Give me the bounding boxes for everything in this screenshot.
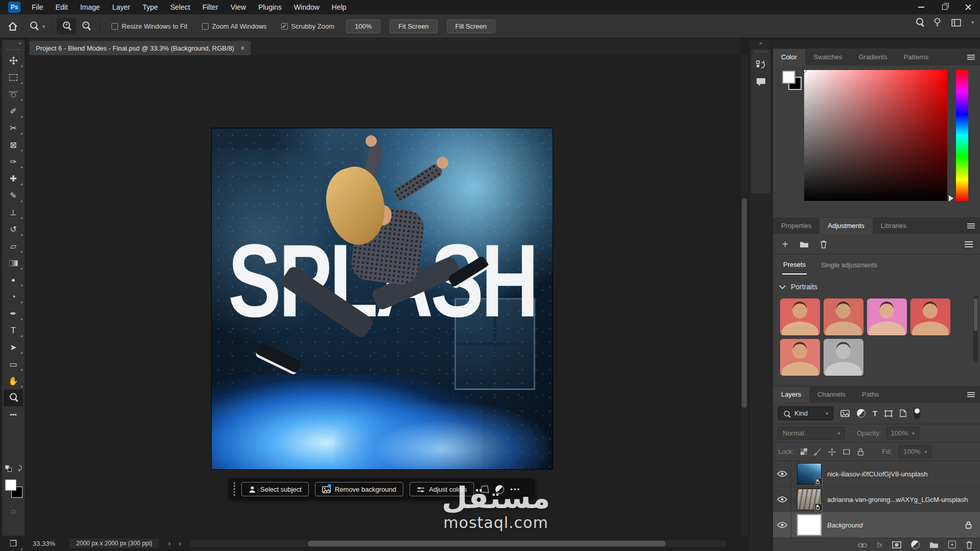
new-group-icon[interactable] [929, 541, 939, 549]
photoshop-logo-icon[interactable]: Ps [8, 2, 20, 13]
hue-slider[interactable] [956, 70, 968, 201]
zoom-tool[interactable] [4, 389, 23, 406]
comments-panel-icon[interactable] [751, 78, 770, 86]
healing-brush-tool[interactable]: ✚ [2, 170, 25, 187]
tool-preset-chevron-icon[interactable]: ▾ [42, 24, 45, 29]
lock-artboard-icon[interactable] [842, 448, 851, 456]
menu-layer[interactable]: Layer [106, 0, 136, 14]
foreground-background-colors[interactable] [5, 479, 22, 498]
remove-background-button[interactable]: Remove background [315, 482, 403, 496]
menu-plugins[interactable]: Plugins [252, 0, 288, 14]
layer-name[interactable]: adrianna-van-groning...wAXYg_LGcM-unspla… [827, 496, 968, 503]
tab-paths[interactable]: Paths [854, 386, 887, 403]
layer-row-selected[interactable]: Background [773, 512, 980, 538]
zoom-all-windows-checkbox[interactable]: Zoom All Windows [202, 22, 267, 30]
foreground-color-chip[interactable] [5, 479, 16, 491]
subtab-presets[interactable]: Presets [782, 256, 807, 274]
marquee-tool[interactable] [2, 69, 25, 86]
toolbar-collapse-icon[interactable]: » [2, 40, 25, 48]
edit-toolbar-button[interactable]: ••• [2, 406, 25, 423]
tab-close-icon[interactable]: × [240, 44, 244, 52]
add-adjustment-icon[interactable]: + [782, 239, 788, 249]
zoom-in-button[interactable]: + [57, 18, 76, 34]
document-info[interactable]: 2000 px x 2000 px (300 ppi) [69, 538, 160, 549]
lock-all-icon[interactable] [857, 447, 864, 456]
tab-patterns[interactable]: Patterns [896, 49, 937, 65]
canvas-horizontal-scrollbar[interactable] [190, 540, 727, 547]
default-colors-icon[interactable] [5, 465, 12, 472]
layer-row[interactable]: nick-iliasov-i0fCUofGjV8-unsplash [773, 461, 980, 487]
panel-menu-icon[interactable] [967, 55, 975, 60]
screen-mode-button[interactable]: ❐ [2, 535, 25, 551]
brush-tool[interactable]: ✎ [2, 187, 25, 204]
layer-thumbnail[interactable] [797, 464, 821, 484]
zoom-out-button[interactable]: − [76, 18, 96, 34]
search-icon[interactable] [916, 18, 923, 25]
filter-adjustment-layers-icon[interactable] [857, 409, 865, 418]
swap-colors-control[interactable]: ⤸ [3, 464, 24, 475]
fill-field[interactable]: 100% ▾ [899, 445, 931, 458]
add-mask-icon[interactable] [892, 541, 901, 549]
link-layers-icon[interactable] [858, 541, 867, 548]
canvas-vertical-scrollbar[interactable] [741, 55, 748, 536]
list-view-icon[interactable] [965, 241, 973, 247]
menu-help[interactable]: Help [326, 0, 353, 14]
home-icon[interactable] [8, 21, 17, 30]
pen-tool[interactable]: ✒ [2, 305, 25, 322]
kind-filter-dropdown[interactable]: Kind ▾ [778, 406, 833, 420]
history-brush-tool[interactable]: ↺ [2, 221, 25, 238]
restore-button[interactable] [933, 0, 956, 14]
menu-view[interactable]: View [224, 0, 252, 14]
scrollbar-thumb[interactable] [308, 541, 666, 546]
minimize-button[interactable] [909, 0, 933, 14]
zoom-tool-icon[interactable] [30, 21, 37, 29]
tab-libraries[interactable]: Libraries [873, 218, 915, 234]
layer-lock-icon[interactable] [965, 521, 972, 530]
menu-type[interactable]: Type [136, 0, 164, 14]
opacity-field[interactable]: 100% ▾ [886, 427, 919, 440]
menu-window[interactable]: Window [288, 0, 326, 14]
menu-image[interactable]: Image [74, 0, 106, 14]
portrait-preset-thumbnail[interactable] [867, 299, 907, 335]
dodge-tool[interactable]: ◔ [2, 288, 25, 305]
workspace-icon[interactable] [951, 18, 961, 26]
tab-layers[interactable]: Layers [773, 386, 809, 403]
layer-visibility-toggle[interactable] [773, 487, 791, 513]
layer-name[interactable]: nick-iliasov-i0fCUofGjV8-unsplash [827, 470, 928, 478]
hue-slider-arrow[interactable] [949, 195, 953, 201]
history-panel-icon[interactable] [751, 60, 770, 70]
tab-adjustments[interactable]: Adjustments [819, 218, 873, 234]
menu-edit[interactable]: Edit [50, 0, 74, 14]
new-layer-icon[interactable]: + [948, 541, 956, 548]
layer-thumbnail[interactable] [797, 515, 821, 535]
dock-collapse-icon[interactable]: « [749, 40, 772, 48]
gradient-tool[interactable] [2, 255, 25, 271]
lock-transparency-icon[interactable] [801, 448, 807, 455]
lasso-tool[interactable]: ➰ [2, 86, 25, 103]
scrubby-zoom-checkbox[interactable]: ✓ Scrubby Zoom [281, 22, 335, 30]
tab-gradients[interactable]: Gradients [850, 49, 895, 65]
quick-selection-tool[interactable]: ✐ [2, 103, 25, 120]
portrait-preset-thumbnail[interactable] [780, 299, 820, 335]
more-options-icon[interactable]: ••• [510, 486, 520, 493]
subtab-single-adjustments[interactable]: Single adjustments [820, 256, 878, 274]
portrait-preset-thumbnail[interactable] [824, 339, 863, 376]
transform-icon[interactable] [480, 485, 489, 494]
tab-color[interactable]: Color [773, 49, 805, 65]
layer-visibility-toggle[interactable] [773, 461, 791, 487]
group-folder-icon[interactable] [800, 240, 809, 248]
delete-layer-icon[interactable] [966, 540, 973, 549]
menu-filter[interactable]: Filter [196, 0, 224, 14]
tab-swatches[interactable]: Swatches [805, 49, 850, 65]
workspace-chevron-icon[interactable]: ▾ [971, 19, 974, 25]
portrait-preset-thumbnail[interactable] [910, 299, 950, 335]
panel-menu-icon[interactable] [967, 392, 975, 397]
menu-file[interactable]: File [26, 0, 50, 14]
lock-position-icon[interactable] [828, 447, 836, 455]
fill-screen-button[interactable]: Fill Screen [447, 19, 495, 33]
filter-smart-objects-icon[interactable] [900, 409, 906, 417]
color-field-selector[interactable] [802, 67, 807, 73]
foreground-color-chip[interactable] [782, 71, 795, 84]
layer-visibility-toggle[interactable] [773, 512, 791, 538]
eraser-tool[interactable]: ▱ [2, 238, 25, 255]
